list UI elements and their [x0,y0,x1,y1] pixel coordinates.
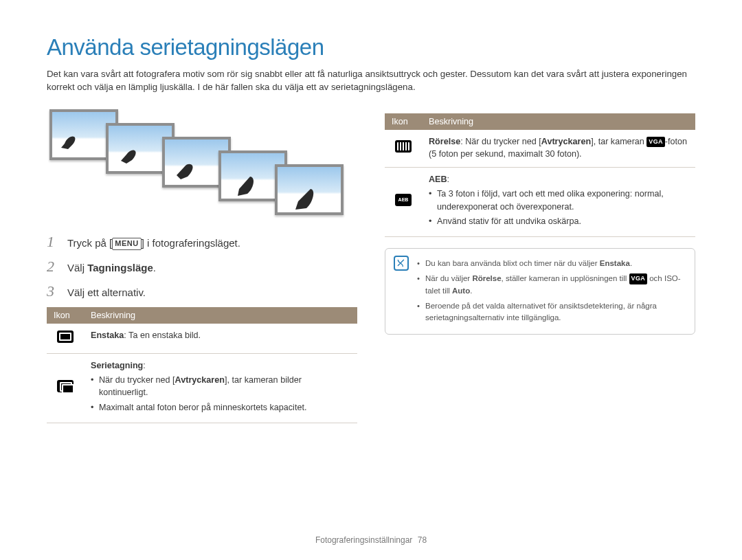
row-label: AEB [429,175,447,184]
aeb-icon [395,194,412,206]
bullet: Maximalt antal foton beror på minneskort… [91,401,350,414]
footer-page-number: 78 [418,535,427,545]
step-2-text-a: Välj [67,262,87,273]
th-icon: Ikon [47,307,84,324]
step-number: 3 [47,282,59,300]
step-3-text: Välj ett alternativ. [67,285,146,300]
left-table: Ikon Beskrivning Enstaka: Ta en enstaka … [47,307,357,423]
row-label: Rörelse [429,137,460,146]
intro-paragraph: Det kan vara svårt att fotografera motiv… [47,67,695,94]
step-1-text-a: Tryck på [ [67,237,112,249]
row-colon: : [447,175,450,184]
bullet: Använd stativ för att undvika oskärpa. [429,215,688,227]
single-shot-icon [57,331,74,343]
note-bullet: Du kan bara använda blixt och timer när … [417,258,685,269]
right-table: Ikon Beskrivning Rörelse: När du trycker… [385,113,695,238]
note-box: Du kan bara använda blixt och timer när … [385,248,695,335]
menu-chip-icon: MENU [112,238,141,250]
motion-icon [395,140,412,153]
step-number: 2 [47,258,59,276]
row-label: Enstaka [91,331,124,340]
page-title: Använda serietagningslägen [47,34,695,60]
thumbnail-strip [49,109,357,226]
note-icon [394,256,409,271]
row-label: Serietagning [91,361,143,370]
page-footer: Fotograferingsinställningar 78 [0,535,742,545]
table-row: Rörelse: När du trycker ned [Avtryckaren… [385,130,695,168]
row-colon: : [143,361,146,370]
note-bullet: Beroende på det valda alternativet för a… [417,300,685,324]
th-desc: Beskrivning [84,307,357,324]
step-1: 1 Tryck på [MENU] i fotograferingsläget. [47,233,357,251]
table-row: Enstaka: Ta en enstaka bild. [47,324,357,354]
step-2-bold: Tagningsläge [87,262,153,273]
step-3: 3 Välj ett alternativ. [47,282,357,300]
th-desc: Beskrivning [422,113,695,130]
row-text: : Ta en enstaka bild. [124,331,201,340]
step-1-text-b: ] i fotograferingsläget. [142,237,240,249]
step-number: 1 [47,233,59,251]
thumbnail-5 [275,164,344,215]
vga-chip-icon: VGA [629,273,647,284]
table-row: AEB: Ta 3 foton i följd, vart och ett me… [385,168,695,237]
note-bullet: När du väljer Rörelse, ställer kameran i… [417,273,685,297]
th-icon: Ikon [385,113,422,130]
vga-chip-icon: VGA [647,137,664,147]
footer-section: Fotograferingsinställningar [315,535,412,545]
bullet: När du trycker ned [Avtryckaren], tar ka… [91,374,350,399]
step-2-text-c: . [153,262,156,273]
bullet: Ta 3 foton i följd, vart och ett med oli… [429,188,688,213]
table-row: Serietagning: När du trycker ned [Avtryc… [47,353,357,423]
step-2: 2 Välj Tagningsläge. [47,258,357,276]
burst-icon [57,380,74,392]
